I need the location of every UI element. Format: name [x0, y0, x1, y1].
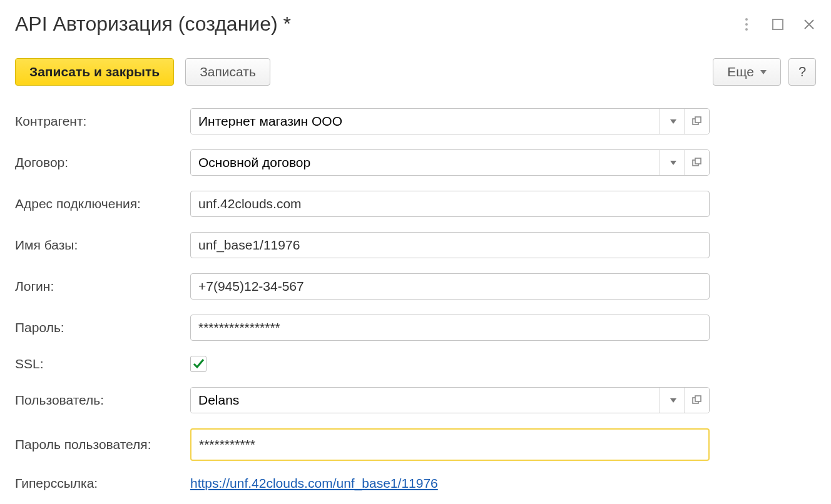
- counterparty-field[interactable]: [191, 109, 659, 134]
- ssl-checkbox[interactable]: [190, 356, 206, 372]
- page-title: API Авторизация (создание) *: [15, 13, 291, 36]
- checkmark-icon: [192, 358, 205, 370]
- basename-field[interactable]: [190, 232, 710, 258]
- kebab-menu-icon[interactable]: [740, 18, 753, 31]
- chevron-down-icon: [670, 161, 676, 165]
- open-icon: [692, 116, 702, 126]
- hyperlink-label: Гиперссылка:: [15, 476, 190, 491]
- svg-rect-5: [695, 117, 701, 123]
- svg-point-1: [745, 23, 748, 26]
- password-label: Пароль:: [15, 320, 190, 335]
- login-label: Логин:: [15, 279, 190, 294]
- address-field[interactable]: [190, 191, 710, 217]
- user-dropdown-button[interactable]: [659, 388, 684, 413]
- password-field[interactable]: [190, 315, 710, 341]
- hyperlink-value[interactable]: https://unf.42clouds.com/unf_base1/11976: [190, 476, 438, 491]
- counterparty-dropdown-button[interactable]: [659, 109, 684, 134]
- counterparty-open-button[interactable]: [684, 109, 709, 134]
- contract-label: Договор:: [15, 155, 190, 170]
- more-button-label: Еще: [727, 64, 754, 79]
- svg-point-0: [745, 18, 748, 21]
- user-password-field[interactable]: [190, 428, 710, 461]
- user-password-label: Пароль пользователя:: [15, 437, 190, 452]
- help-button[interactable]: ?: [788, 58, 816, 86]
- open-icon: [692, 395, 702, 405]
- contract-dropdown-button[interactable]: [659, 150, 684, 175]
- close-icon[interactable]: [802, 18, 816, 31]
- basename-label: Имя базы:: [15, 238, 190, 253]
- counterparty-label: Контрагент:: [15, 114, 190, 129]
- chevron-down-icon: [760, 70, 767, 74]
- open-icon: [692, 158, 702, 168]
- user-label: Пользователь:: [15, 393, 190, 408]
- save-and-close-button[interactable]: Записать и закрыть: [15, 58, 174, 86]
- svg-rect-3: [773, 19, 783, 29]
- svg-rect-9: [695, 396, 701, 401]
- ssl-label: SSL:: [15, 356, 190, 371]
- user-field[interactable]: [191, 388, 659, 413]
- login-field[interactable]: [190, 273, 710, 300]
- save-button[interactable]: Записать: [185, 58, 270, 86]
- contract-field[interactable]: [191, 150, 659, 175]
- svg-rect-7: [695, 158, 701, 164]
- chevron-down-icon: [670, 119, 676, 124]
- maximize-icon[interactable]: [771, 18, 785, 31]
- chevron-down-icon: [670, 398, 676, 403]
- address-label: Адрес подключения:: [15, 196, 190, 211]
- svg-point-2: [745, 28, 748, 31]
- more-button[interactable]: Еще: [713, 58, 781, 86]
- contract-open-button[interactable]: [684, 150, 709, 175]
- user-open-button[interactable]: [684, 388, 709, 413]
